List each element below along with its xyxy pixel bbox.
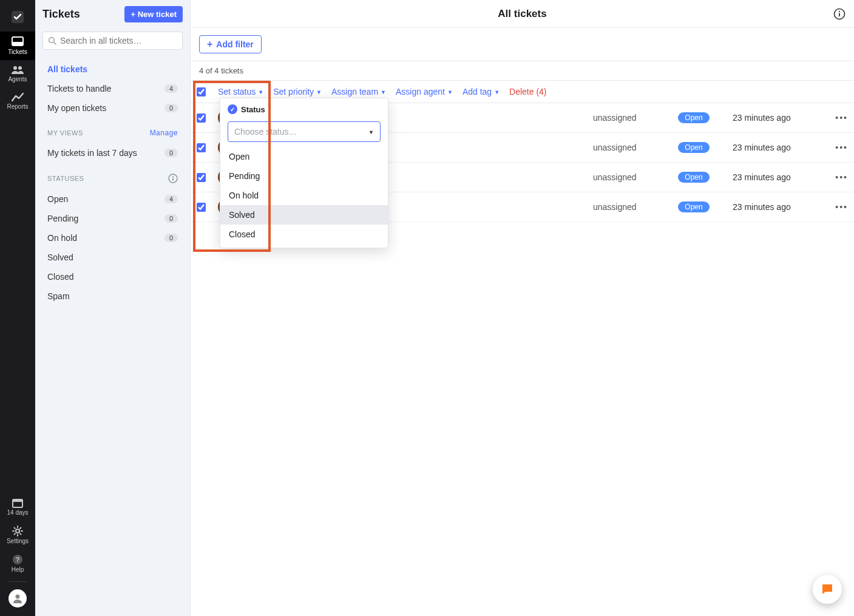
check-circle-icon: ✓ <box>228 104 237 114</box>
add-filter-button[interactable]: + Add filter <box>199 35 262 53</box>
nav-reports[interactable]: Reports <box>0 87 35 115</box>
bulk-add-tag[interactable]: Add tag▼ <box>459 84 503 99</box>
view-all-tickets[interactable]: All tickets <box>35 59 190 79</box>
caret-down-icon: ▼ <box>316 89 322 95</box>
select-all-checkbox[interactable] <box>197 87 206 96</box>
status-badge: Open <box>678 172 710 183</box>
view-label: Open <box>47 194 68 204</box>
search-input[interactable] <box>60 36 177 46</box>
status-closed[interactable]: Closed <box>35 267 190 286</box>
svg-line-12 <box>54 42 56 45</box>
nav-label: Agents <box>8 76 27 83</box>
ticket-assignee: unassigned <box>593 143 672 152</box>
status-option-solved[interactable]: Solved <box>220 205 388 225</box>
reports-icon <box>12 92 24 102</box>
bulk-action-bar: Set status▼ Set priority▼ Assign team▼ A… <box>191 81 854 103</box>
ticket-time: 23 minutes ago <box>733 202 824 212</box>
view-tickets-to-handle[interactable]: Tickets to handle 4 <box>35 79 190 98</box>
row-more-icon[interactable]: ••• <box>830 113 848 123</box>
link-label: Set status <box>218 87 256 96</box>
status-option-on-hold[interactable]: On hold <box>220 186 388 205</box>
link-label: Delete (4) <box>509 87 546 96</box>
bulk-set-priority[interactable]: Set priority▼ <box>269 84 325 99</box>
row-checkbox[interactable] <box>197 173 206 182</box>
view-my-open-tickets[interactable]: My open tickets 0 <box>35 98 190 118</box>
ticket-assignee: unassigned <box>593 172 672 182</box>
statuses-list: Open 4 Pending 0 On hold 0 Solved Closed… <box>35 187 190 308</box>
calendar-icon <box>12 498 23 508</box>
view-label: My open tickets <box>47 103 106 113</box>
svg-text:?: ? <box>16 556 20 563</box>
status-solved[interactable]: Solved <box>35 248 190 267</box>
status-open[interactable]: Open 4 <box>35 189 190 209</box>
status-badge: Open <box>678 201 710 212</box>
svg-rect-15 <box>172 178 174 181</box>
view-label: My tickets in last 7 days <box>47 148 137 158</box>
row-checkbox[interactable] <box>197 113 206 123</box>
agents-icon <box>11 65 24 75</box>
count-badge: 0 <box>164 104 178 112</box>
nav-settings[interactable]: Settings <box>0 521 35 549</box>
status-option-closed[interactable]: Closed <box>220 225 388 244</box>
bulk-assign-team[interactable]: Assign team▼ <box>328 84 390 99</box>
bulk-set-status[interactable]: Set status▼ <box>214 84 267 99</box>
ticket-assignee: unassigned <box>593 113 672 123</box>
ticket-time: 23 minutes ago <box>733 113 824 123</box>
nav-trial[interactable]: 14 days <box>0 493 35 521</box>
nav-help[interactable]: ? Help <box>0 549 35 578</box>
nav-agents[interactable]: Agents <box>0 60 35 87</box>
row-checkbox[interactable] <box>197 203 206 212</box>
results-count: 4 of 4 tickets <box>191 61 854 81</box>
bulk-delete[interactable]: Delete (4) <box>506 84 550 99</box>
link-label: Assign team <box>331 87 378 96</box>
tickets-sidebar: Tickets + New ticket All tickets Tickets… <box>35 0 191 616</box>
view-label: Solved <box>47 252 73 262</box>
help-icon: ? <box>12 554 23 565</box>
nav-label: Reports <box>7 103 28 110</box>
row-more-icon[interactable]: ••• <box>830 143 848 152</box>
svg-point-4 <box>18 66 22 70</box>
section-label: STATUSES <box>47 175 84 182</box>
section-label: MY VIEWS <box>47 129 83 137</box>
chat-launcher[interactable] <box>813 575 842 604</box>
page-title: All tickets <box>498 8 546 20</box>
default-views: All tickets Tickets to handle 4 My open … <box>35 57 190 120</box>
plus-icon: + <box>207 39 212 49</box>
row-more-icon[interactable]: ••• <box>830 172 848 182</box>
my-views-header: MY VIEWS Manage <box>35 120 190 141</box>
status-badge: Open <box>678 142 710 153</box>
status-onhold[interactable]: On hold 0 <box>35 228 190 248</box>
my-views-list: My tickets in last 7 days 0 <box>35 141 190 165</box>
count-badge: 0 <box>164 149 178 157</box>
row-more-icon[interactable]: ••• <box>830 202 848 212</box>
bulk-assign-agent[interactable]: Assign agent▼ <box>392 84 456 99</box>
nav-tickets[interactable]: Tickets <box>0 32 35 60</box>
new-ticket-button[interactable]: + New ticket <box>124 6 183 22</box>
nav-label: Settings <box>7 538 29 544</box>
user-avatar[interactable] <box>8 589 27 608</box>
status-pending[interactable]: Pending 0 <box>35 209 190 228</box>
count-badge: 0 <box>164 234 178 242</box>
button-label: Add filter <box>216 39 253 49</box>
status-select[interactable]: Choose status… ▼ <box>228 121 381 142</box>
svg-point-14 <box>172 176 174 177</box>
view-my-tickets-7-days[interactable]: My tickets in last 7 days 0 <box>35 143 190 163</box>
page-info-icon[interactable] <box>833 8 846 20</box>
nav-label: 14 days <box>7 509 28 516</box>
svg-rect-18 <box>839 13 840 16</box>
svg-rect-6 <box>13 499 22 502</box>
status-badge: Open <box>678 112 710 123</box>
status-option-pending[interactable]: Pending <box>220 166 388 186</box>
manage-views-link[interactable]: Manage <box>150 129 178 137</box>
main-area: All tickets + Add filter 4 of 4 tickets … <box>191 0 854 616</box>
app-logo-icon <box>9 8 26 25</box>
status-spam[interactable]: Spam <box>35 286 190 306</box>
sidebar-title: Tickets <box>42 8 80 21</box>
view-label: Closed <box>47 272 74 282</box>
row-checkbox[interactable] <box>197 143 206 152</box>
caret-down-icon: ▼ <box>381 89 386 95</box>
info-icon[interactable] <box>168 174 178 183</box>
status-option-open[interactable]: Open <box>220 147 388 166</box>
search-input-wrap[interactable] <box>42 32 183 50</box>
inbox-icon <box>12 36 24 47</box>
